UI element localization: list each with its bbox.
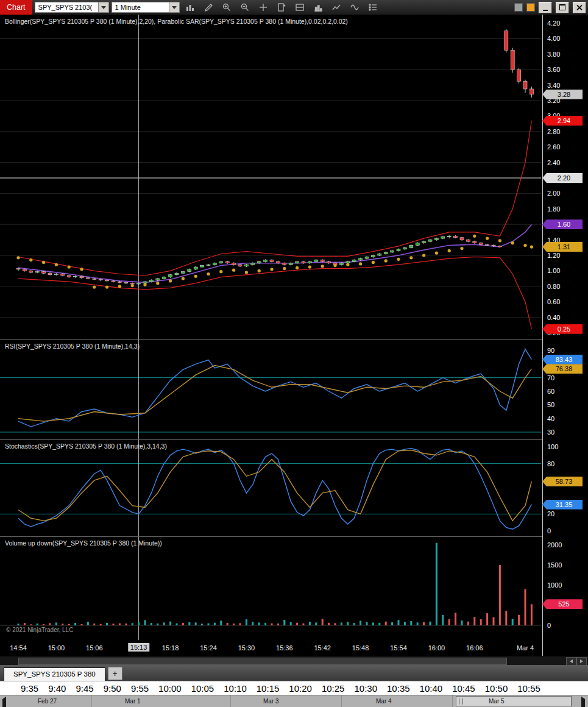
price-panel-title: Bollinger(SPY_SPYS 210305 P 380 (1 Minut… xyxy=(5,18,348,25)
date-nav-label: Mar 1 xyxy=(125,698,141,705)
tab-bar: SPY_SPYS 210305 P 380 + xyxy=(0,665,588,681)
price-axis-tick: 0.60 xyxy=(547,298,560,305)
nav-left-button[interactable] xyxy=(2,699,6,707)
price-axis-tick: 1.00 xyxy=(547,267,560,274)
time-axis[interactable]: 14:5415:0015:0615:1315:1815:2415:3015:36… xyxy=(0,640,542,656)
date-separator xyxy=(572,695,572,707)
price-axis-tick: 1.20 xyxy=(547,252,560,259)
price-axis-tick: 0.40 xyxy=(547,314,560,321)
price-axis-tick: 0.80 xyxy=(547,283,560,290)
arrow-left-icon xyxy=(2,697,6,707)
chevron-down-icon xyxy=(98,2,108,12)
mini-time-label: 10:40 xyxy=(420,683,443,694)
time-axis-label: 16:06 xyxy=(466,644,483,652)
time-axis-label: 15:42 xyxy=(314,644,331,652)
period-selector[interactable]: 1 Minute xyxy=(112,2,180,13)
crosshair-icon[interactable] xyxy=(255,1,271,13)
add-tab-button[interactable]: + xyxy=(108,667,122,680)
scroll-right-button[interactable] xyxy=(576,657,587,666)
price-axis-tick: 4.00 xyxy=(547,35,560,42)
snapshot-icon[interactable] xyxy=(274,1,289,13)
arrow-left-icon xyxy=(570,659,573,663)
zoom-out-icon[interactable] xyxy=(237,1,253,13)
time-axis-label: 14:54 xyxy=(10,644,27,652)
time-axis-label: 15:48 xyxy=(352,644,369,652)
volume-axis-tick: 0 xyxy=(547,622,551,629)
chevron-down-icon xyxy=(169,2,179,12)
line-chart-icon[interactable] xyxy=(328,1,344,13)
price-axis-tick: 1.80 xyxy=(547,205,560,213)
volume-axis-tick: 1000 xyxy=(547,581,562,589)
restore-button[interactable] xyxy=(556,2,569,13)
price-axis-tick: 2.00 xyxy=(547,190,560,197)
split-panel-icon[interactable] xyxy=(292,1,308,13)
horizontal-scrollbar[interactable] xyxy=(0,656,588,665)
arrow-right-icon xyxy=(580,659,583,663)
date-separator xyxy=(91,695,92,707)
mini-time-label: 10:05 xyxy=(191,683,214,694)
rsi-axis-tick: 70 xyxy=(547,374,554,382)
volume-panel-title: Volume up down(SPY_SPYS 210305 P 380 (1 … xyxy=(5,539,162,547)
panel-separator[interactable] xyxy=(0,536,542,537)
rsi-axis-tick: 90 xyxy=(547,347,554,354)
scrollbar-thumb[interactable] xyxy=(18,658,507,665)
minimize-button[interactable] xyxy=(539,2,552,13)
time-axis-label: 15:36 xyxy=(276,644,293,652)
panel-separator[interactable] xyxy=(0,439,542,440)
indicator-icon[interactable] xyxy=(347,1,363,13)
stoch-value-marker: 31.35 xyxy=(542,500,583,510)
price-axis-tick: 2.40 xyxy=(547,159,560,166)
price-value-marker: 2.94 xyxy=(542,116,583,126)
data-list-icon[interactable] xyxy=(365,1,381,13)
scroll-left-button[interactable] xyxy=(566,657,576,666)
instrument-selector[interactable]: SPY_SPYS 2103( xyxy=(35,2,109,13)
mini-time-axis: 9:359:409:459:509:5510:0010:0510:1010:15… xyxy=(0,681,588,695)
chart-window: Chart SPY_SPYS 2103( 1 Minute xyxy=(0,0,588,707)
price-axis-tick: 3.80 xyxy=(547,51,560,58)
mini-time-label: 10:30 xyxy=(354,683,377,694)
period-value: 1 Minute xyxy=(115,4,166,11)
panel-separator[interactable] xyxy=(0,339,542,340)
date-nav-label: Feb 27 xyxy=(38,698,57,705)
price-panel-plot[interactable] xyxy=(0,15,542,339)
rsi-axis-tick: 30 xyxy=(547,428,554,436)
stoch-axis-tick: 20 xyxy=(547,510,554,517)
interval-link-button[interactable] xyxy=(514,3,523,12)
minimize-icon xyxy=(543,10,548,11)
chart-region: Bollinger(SPY_SPYS 210305 P 380 (1 Minut… xyxy=(0,15,588,656)
time-axis-label: 15:30 xyxy=(238,644,255,652)
time-axis-label: 15:06 xyxy=(86,644,103,652)
rsi-value-marker: 76.38 xyxy=(542,364,583,374)
stoch-axis-tick: 0 xyxy=(547,527,551,535)
date-range-thumb[interactable] xyxy=(456,696,572,706)
stochastics-panel-plot[interactable] xyxy=(0,439,542,536)
bar-chart-icon[interactable] xyxy=(310,1,326,13)
volume-axis-tick: 1500 xyxy=(547,561,562,569)
mini-time-label: 10:25 xyxy=(322,683,345,694)
thumb-grip-icon xyxy=(459,698,463,705)
chart-style-icon[interactable] xyxy=(182,1,198,13)
time-axis-label: 15:24 xyxy=(200,644,217,652)
date-navigator[interactable]: Feb 27Mar 1Mar 3Mar 4Mar 5 xyxy=(0,695,588,707)
price-axis[interactable]: 0.200.400.600.801.001.201.401.601.802.00… xyxy=(542,15,588,656)
price-value-marker: 3.28 xyxy=(542,90,583,99)
date-separator xyxy=(452,695,453,707)
mini-time-label: 10:10 xyxy=(224,683,247,694)
instrument-link-button[interactable] xyxy=(526,3,535,12)
toolbar: Chart SPY_SPYS 2103( 1 Minute xyxy=(0,0,588,15)
zoom-in-icon[interactable] xyxy=(219,1,235,13)
stoch-axis-tick: 80 xyxy=(547,460,554,467)
chart-menu-button[interactable]: Chart xyxy=(0,0,32,15)
mini-time-label: 9:55 xyxy=(131,683,149,694)
rsi-panel-plot[interactable] xyxy=(0,339,542,439)
time-axis-label: 15:00 xyxy=(48,644,65,652)
tab-spy-spys-210305-p-380[interactable]: SPY_SPYS 210305 P 380 xyxy=(4,667,105,681)
time-axis-label: Mar 4 xyxy=(517,644,534,652)
time-axis-label: 15:18 xyxy=(162,644,179,652)
mini-time-label: 9:40 xyxy=(48,683,66,694)
mini-time-label: 10:15 xyxy=(257,683,280,694)
close-button[interactable] xyxy=(573,2,586,13)
volume-panel-plot[interactable] xyxy=(0,536,542,640)
nav-right-button[interactable] xyxy=(581,699,585,707)
drawing-tools-icon[interactable] xyxy=(200,1,216,13)
